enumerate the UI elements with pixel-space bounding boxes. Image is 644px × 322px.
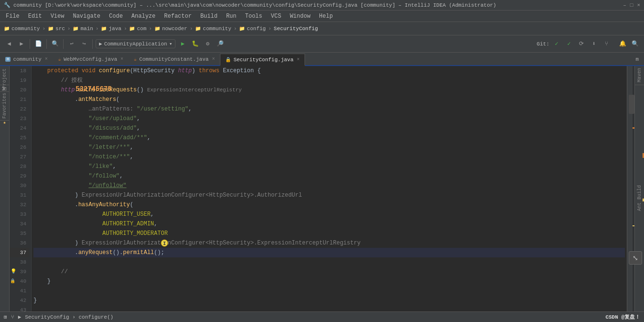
tab-close-community[interactable]: ×	[45, 56, 48, 62]
favorites-panel-label[interactable]: Favorites	[2, 93, 7, 119]
code-line-19: // 授权	[33, 76, 625, 85]
code-line-39: //	[33, 267, 625, 277]
tab-m-right[interactable]: m	[630, 53, 644, 65]
tab-close-webmvcconfig[interactable]: ×	[120, 56, 123, 62]
code-line-26: "/letter/**",	[33, 143, 625, 152]
bulb-icon: 💡	[11, 267, 16, 277]
code-editor[interactable]: 18 19 20 21 22 23 24 25 26 27 28 29 30 3…	[10, 66, 634, 311]
open-file-button[interactable]: 📄	[33, 39, 44, 49]
run-configuration[interactable]: ▶ CommunityApplication ▾	[96, 39, 175, 48]
status-breadcrumb[interactable]: SecurityConfig › configure()	[25, 314, 113, 320]
menu-file[interactable]: File	[2, 12, 23, 21]
tab-label-m-right: m	[635, 56, 639, 62]
redo-button[interactable]: ↪	[79, 39, 89, 49]
main-content-area: 1: Project ◧ 2: Favorites ★ 18 19 20	[0, 66, 644, 311]
menu-analyze[interactable]: Analyze	[128, 12, 159, 21]
breadcrumb-community[interactable]: community	[11, 26, 40, 32]
line-32: 32	[10, 200, 29, 210]
project-panel-label[interactable]: Project	[2, 68, 7, 89]
status-git-icon[interactable]: ⑂	[11, 314, 14, 320]
settings-button[interactable]: ⚙	[202, 39, 213, 49]
git-checkmark-2[interactable]: ✓	[564, 39, 574, 49]
maven-panel-label[interactable]: Maven	[637, 68, 642, 82]
menu-edit[interactable]: Edit	[24, 12, 46, 21]
menu-code[interactable]: Code	[105, 12, 127, 21]
code-line-24: "/discuss/add",	[33, 123, 625, 133]
forward-button[interactable]: ▶	[16, 39, 27, 49]
status-run-icon[interactable]: ▶	[18, 314, 22, 320]
breadcrumb-nowcoder[interactable]: nowcoder	[162, 26, 187, 32]
scrollbar-panel[interactable]	[627, 66, 634, 311]
breadcrumb-com[interactable]: com	[137, 26, 146, 32]
breadcrumb-config[interactable]: config	[247, 26, 266, 32]
window-controls[interactable]: – □ ×	[623, 2, 640, 8]
code-line-31: ) ExpressionUrlAuthorizationConfigurer<H…	[33, 190, 625, 200]
undo-button[interactable]: ↩	[66, 39, 77, 49]
breadcrumb-java[interactable]: java	[109, 26, 121, 32]
run-config-dropdown-icon[interactable]: ▾	[169, 41, 173, 47]
left-panel-wrapper: 1: Project ◧ 2: Favorites ★	[0, 66, 10, 311]
toolbar-separator-2	[46, 39, 47, 49]
run-config-name: CommunityApplication	[104, 41, 167, 47]
git-checkmark-1[interactable]: ✓	[551, 39, 562, 49]
favorites-panel-section: 2: Favorites ★	[0, 92, 9, 121]
back-button[interactable]: ◀	[4, 39, 14, 49]
menu-refactor[interactable]: Refactor	[160, 12, 196, 21]
line-numbers: 18 19 20 21 22 23 24 25 26 27 28 29 30 3…	[10, 66, 32, 311]
scroll-marker-warning-2	[633, 225, 634, 226]
find-button[interactable]: 🔎	[215, 39, 225, 49]
tab-label-webmvcconfig: WebMvcConfig.java	[64, 56, 117, 62]
ant-build-panel-label[interactable]: Ant Build	[637, 185, 642, 211]
window-title: community [D:\work\workspace\community] …	[13, 2, 623, 8]
scroll-marker-warning-1	[633, 127, 634, 129]
status-project-icon[interactable]: ⊞	[4, 314, 7, 320]
git-branches[interactable]: ⑂	[601, 39, 611, 49]
line-20: 20	[10, 85, 29, 95]
menu-build[interactable]: Build	[196, 12, 221, 21]
scrollbar-thumb[interactable]	[629, 95, 634, 114]
tab-close-communityconstant[interactable]: ×	[212, 56, 215, 62]
code-line-38	[33, 257, 625, 267]
status-bar: ⊞ ⑂ ▶ SecurityConfig › configure() CSDN …	[0, 311, 644, 322]
search-button[interactable]: 🔍	[50, 39, 60, 49]
toolbar-separator-4	[92, 39, 93, 49]
notifications-button[interactable]: 🔔	[617, 39, 628, 49]
run-button[interactable]: ▶	[177, 39, 188, 49]
git-push[interactable]: ⟳	[576, 39, 587, 49]
menu-run[interactable]: Run	[222, 12, 240, 21]
tab-securityconfig[interactable]: 🔒 SecurityConfig.java ×	[220, 54, 305, 66]
code-content[interactable]: protected void configure(HttpSecurity ht…	[32, 66, 627, 311]
tab-webmvcconfig[interactable]: ☕ WebMvcConfig.java ×	[53, 53, 129, 65]
code-line-20: http.authorizeRequests() ExpressionInter…	[33, 85, 625, 95]
project-panel-section: 1: Project	[0, 66, 9, 85]
breadcrumb-securityconfig[interactable]: SecurityConfig	[274, 26, 318, 32]
toolbar: ◀ ▶ 📄 🔍 ↩ ↪ ▶ CommunityApplication ▾ ▶ 🐛…	[0, 35, 644, 53]
close-button[interactable]: ×	[637, 2, 640, 8]
breadcrumb-community2[interactable]: community	[203, 26, 231, 32]
menu-vcs[interactable]: VCS	[267, 12, 285, 21]
menu-help[interactable]: Help	[315, 12, 337, 21]
debug-button[interactable]: 🐛	[190, 39, 200, 49]
menu-window[interactable]: Window	[286, 12, 314, 21]
tab-community[interactable]: m community ×	[0, 53, 53, 65]
line-19: 19	[10, 76, 29, 85]
breadcrumb-src[interactable]: src	[55, 26, 65, 32]
minimize-button[interactable]: –	[623, 2, 626, 8]
menu-tools[interactable]: Tools	[241, 12, 266, 21]
menu-navigate[interactable]: Navigate	[69, 12, 104, 21]
breadcrumb-main[interactable]: main	[80, 26, 93, 32]
tabs-bar: m community × ☕ WebMvcConfig.java × ☕ Co…	[0, 53, 644, 66]
tab-close-securityconfig[interactable]: ×	[297, 57, 300, 62]
tab-communityconstant[interactable]: ☕ CommunityConstant.java ×	[129, 53, 220, 65]
menu-view[interactable]: View	[47, 12, 68, 21]
tab-label-communityconstant: CommunityConstant.java	[139, 56, 208, 62]
code-line-29: "/follow",	[33, 171, 625, 181]
toolbar-separator-3	[63, 39, 64, 49]
code-line-35: AUTHORITY_MODERATOR	[33, 229, 625, 238]
search-everywhere-button[interactable]: 🔍	[630, 39, 640, 49]
resize-handle-button[interactable]: ⤡	[629, 251, 642, 265]
maximize-button[interactable]: □	[630, 2, 633, 8]
line-31: 31	[10, 190, 29, 200]
tab-icon-constant: ☕	[134, 56, 137, 62]
git-pull[interactable]: ⬇	[589, 39, 599, 49]
